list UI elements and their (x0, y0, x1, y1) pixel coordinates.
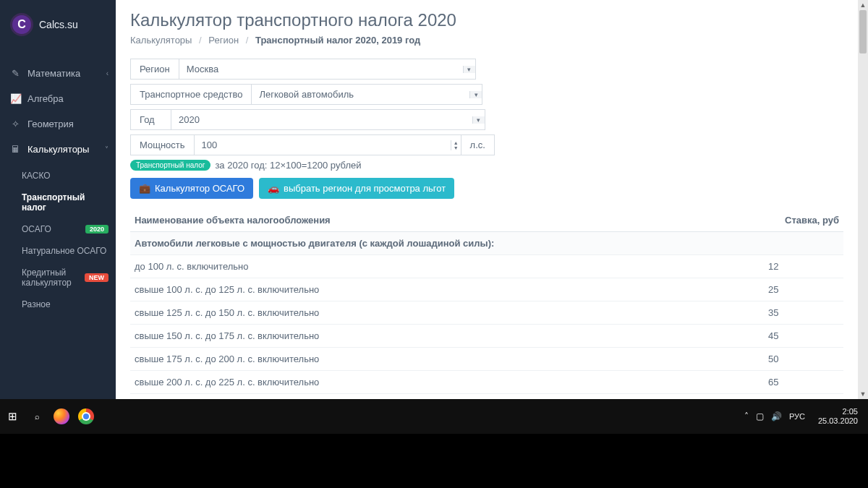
table-row: свыше 175 л. с. до 200 л. с. включительн… (130, 348, 843, 371)
diamond-icon: ✧ (10, 119, 20, 129)
volume-icon[interactable]: 🔊 (771, 411, 782, 421)
chevron-down-icon[interactable]: ▾ (463, 66, 475, 73)
col-name: Наименование объекта налогообложения (130, 209, 764, 232)
tray-chevron-icon[interactable]: ˄ (744, 411, 749, 421)
chart-icon: 📈 (10, 93, 20, 104)
breadcrumb-current: Транспортный налог 2020, 2019 год (255, 35, 420, 46)
scroll-thumb[interactable] (859, 10, 867, 53)
breadcrumb-calculators[interactable]: Калькуляторы (130, 35, 192, 46)
badge-year: 2020 (85, 225, 109, 234)
vehicle-row: Транспортное средство Легковой автомобил… (130, 84, 843, 105)
power-label: Мощность (130, 134, 194, 155)
scroll-down-icon[interactable]: ▼ (858, 389, 868, 399)
region-value: Москва (179, 59, 463, 79)
scroll-up-icon[interactable]: ▲ (858, 0, 868, 10)
result-text: за 2020 год: 12×100=1200 рублей (215, 160, 361, 171)
year-label: Год (130, 109, 171, 130)
section-cars: Автомобили легковые с мощностью двигател… (130, 232, 843, 255)
sidebar-item-other[interactable]: Разное (22, 294, 116, 315)
sidebar-item-natural-osago[interactable]: Натуральное ОСАГО (22, 240, 116, 262)
region-select[interactable]: Москва ▾ (179, 59, 476, 80)
table-row: свыше 200 л. с. до 225 л. с. включительн… (130, 371, 843, 394)
sidebar-item-osago[interactable]: ОСАГО 2020 (22, 218, 116, 240)
nav-label: Математика (27, 68, 80, 79)
button-label: выбрать регион для просмотра льгот (284, 183, 446, 194)
button-label: Калькулятор ОСАГО (155, 183, 244, 194)
primary-nav: ✎ Математика ‹ 📈 Алгебра ✧ Геометрия 🖩 К… (0, 61, 116, 318)
page-title: Калькулятор транспортного налога 2020 (130, 10, 843, 30)
search-icon: ⌕ (35, 412, 40, 421)
year-value: 2020 (171, 110, 472, 129)
briefcase-icon: 💼 (139, 183, 150, 194)
sidebar-item-label: Разное (22, 299, 51, 309)
clock-date: 25.03.2020 (818, 416, 858, 426)
car-icon: 🚗 (268, 183, 279, 194)
vehicle-value: Легковой автомобиль (252, 85, 469, 104)
nav-geometry[interactable]: ✧ Геометрия (0, 111, 116, 137)
chevron-down-icon[interactable]: ▾ (469, 91, 482, 98)
badge-new: NEW (85, 273, 109, 282)
button-row: 💼 Калькулятор ОСАГО 🚗 выбрать регион для… (130, 178, 843, 199)
chevron-down-icon[interactable]: ▾ (472, 116, 485, 124)
nav-math[interactable]: ✎ Математика ‹ (0, 61, 116, 86)
osago-calculator-button[interactable]: 💼 Калькулятор ОСАГО (130, 178, 253, 199)
calculator-icon: 🖩 (10, 144, 20, 155)
main-content: Калькулятор транспортного налога 2020 Ка… (116, 0, 858, 399)
browser-scrollbar[interactable]: ▲ ▼ (858, 0, 868, 399)
chevron-down-icon: ˅ (105, 145, 109, 153)
chrome-button[interactable] (74, 399, 98, 434)
sidebar-item-credit-calc[interactable]: Кредитный калькулятор NEW (22, 262, 116, 294)
sidebar-item-label: Натуральное ОСАГО (22, 246, 106, 256)
region-label: Регион (130, 59, 179, 80)
breadcrumb-region[interactable]: Регион (208, 35, 239, 46)
start-button[interactable]: ⊞ (0, 399, 25, 434)
windows-icon: ⊞ (8, 410, 17, 423)
table-row: свыше 100 л. с. до 125 л. с. включительн… (130, 278, 843, 301)
power-input[interactable] (195, 135, 451, 155)
nav-algebra[interactable]: 📈 Алгебра (0, 86, 116, 111)
table-row: свыше 225 л. с. до 250 л. с. включительн… (130, 394, 843, 400)
tax-chip: Транспортный налог (130, 160, 210, 171)
chevron-left-icon: ‹ (106, 69, 109, 77)
nav-label: Калькуляторы (27, 144, 89, 155)
table-row: свыше 125 л. с. до 150 л. с. включительн… (130, 301, 843, 325)
windows-taskbar: ⊞ ⌕ ˄ ▢ 🔊 РУС 2:05 25.03.2020 (0, 399, 868, 434)
spinner-up-icon[interactable]: ▲ (451, 140, 461, 145)
year-row: Год 2020 ▾ (130, 109, 843, 130)
col-rate: Ставка, руб (764, 209, 843, 232)
sidebar: C Calcs.su ✎ Математика ‹ 📈 Алгебра ✧ Ге… (0, 0, 116, 399)
select-region-button[interactable]: 🚗 выбрать регион для просмотра льгот (259, 178, 454, 199)
sidebar-item-label: КАСКО (22, 171, 51, 181)
table-row: свыше 150 л. с. до 175 л. с. включительн… (130, 325, 843, 348)
search-button[interactable]: ⌕ (25, 399, 49, 434)
nav-label: Алгебра (27, 93, 64, 104)
nav-label: Геометрия (27, 119, 74, 129)
network-icon[interactable]: ▢ (756, 411, 764, 421)
vehicle-select[interactable]: Легковой автомобиль ▾ (251, 84, 482, 105)
brand-name: Calcs.su (39, 19, 78, 30)
sidebar-item-kasko[interactable]: КАСКО (22, 165, 116, 187)
calculators-submenu: КАСКО Транспортный налог ОСАГО 2020 Нату… (0, 162, 116, 318)
rates-table: Наименование объекта налогообложения Ста… (130, 209, 843, 399)
brand[interactable]: C Calcs.su (0, 0, 116, 40)
firefox-icon (54, 408, 69, 424)
chrome-icon (78, 408, 94, 424)
table-row: до 100 л. с. включительно12 (130, 255, 843, 278)
number-spinner[interactable]: ▲▼ (451, 140, 461, 150)
language-indicator[interactable]: РУС (789, 412, 805, 421)
sidebar-item-label: Транспортный налог (22, 192, 109, 213)
sidebar-item-label: ОСАГО (22, 224, 51, 234)
spinner-down-icon[interactable]: ▼ (451, 145, 461, 150)
sidebar-item-transport-tax[interactable]: Транспортный налог (22, 187, 116, 218)
result-line: Транспортный налог за 2020 год: 12×100=1… (130, 160, 843, 171)
taskbar-clock[interactable]: 2:05 25.03.2020 (812, 407, 864, 426)
breadcrumb: Калькуляторы / Регион / Транспортный нал… (130, 35, 843, 46)
pencil-icon: ✎ (10, 68, 20, 79)
power-row: Мощность ▲▼ л.с. (130, 134, 843, 155)
clock-time: 2:05 (818, 407, 858, 416)
brand-logo: C (10, 13, 33, 36)
firefox-button[interactable] (49, 399, 74, 434)
year-select[interactable]: 2020 ▾ (171, 109, 485, 130)
sidebar-item-label: Кредитный калькулятор (22, 267, 80, 288)
nav-calculators[interactable]: 🖩 Калькуляторы ˅ (0, 137, 116, 162)
